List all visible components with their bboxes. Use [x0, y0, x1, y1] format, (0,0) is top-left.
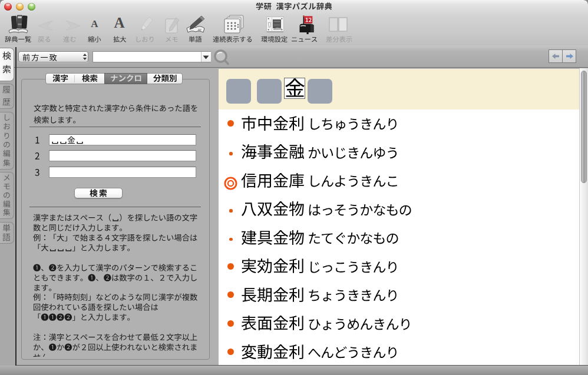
svg-text:A: A: [91, 19, 98, 28]
svg-text:A: A: [114, 15, 124, 28]
